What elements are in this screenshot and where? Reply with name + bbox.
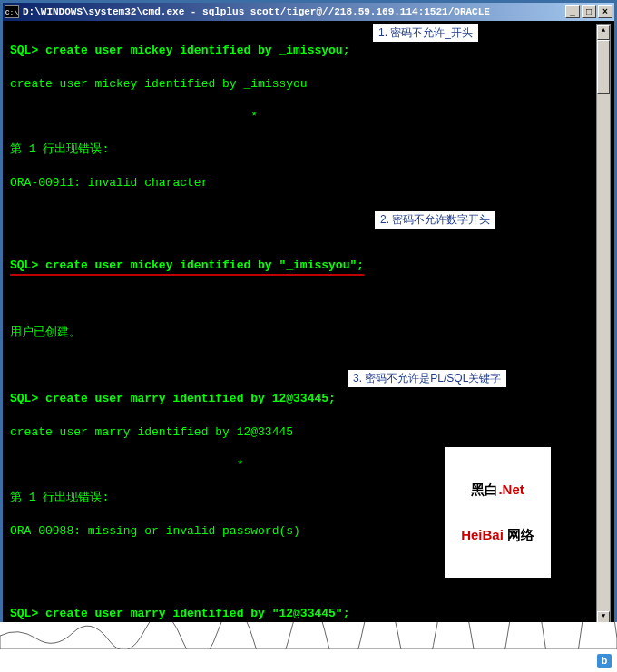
scroll-thumb[interactable] xyxy=(597,40,610,94)
sql-cmd: create user mickey identified by "_imiss… xyxy=(45,258,364,272)
annotation-1: 1. 密码不允许_开头 xyxy=(373,24,478,42)
share-icon[interactable]: b xyxy=(597,654,612,668)
annotation-2: 2. 密码不允许数字开头 xyxy=(375,211,495,229)
sql-cmd: create user mickey identified by _imissy… xyxy=(45,44,349,57)
window-title: D:\WINDOWS\system32\cmd.exe - sqlplus sc… xyxy=(23,6,565,17)
term-line: * xyxy=(10,109,607,125)
term-line: SQL> create user marry identified by "12… xyxy=(10,606,607,624)
maximize-button[interactable]: □ xyxy=(582,5,596,18)
term-line: SQL> create user marry identified by 12@… xyxy=(10,391,607,407)
cmd-window: C:\ D:\WINDOWS\system32\cmd.exe - sqlplu… xyxy=(0,0,617,635)
vertical-scrollbar[interactable]: ▲ ▼ xyxy=(596,24,611,627)
sql-cmd: create user marry identified by "12@3344… xyxy=(45,607,349,620)
scroll-up-button[interactable]: ▲ xyxy=(597,25,610,40)
sql-prompt: SQL> xyxy=(10,258,45,272)
sql-prompt: SQL> xyxy=(10,607,45,620)
annotation-3: 3. 密码不允许是PL/SQL关键字 xyxy=(348,370,506,387)
titlebar: C:\ D:\WINDOWS\system32\cmd.exe - sqlplu… xyxy=(3,3,614,21)
sql-prompt: SQL> xyxy=(10,392,45,405)
minimize-button[interactable]: _ xyxy=(565,5,580,18)
terminal-output[interactable]: SQL> create user mickey identified by _i… xyxy=(3,21,614,632)
err-header: 第 1 行出现错误: xyxy=(10,141,607,158)
close-button[interactable]: × xyxy=(598,5,612,18)
term-line: create user marry identified by 12@33445 xyxy=(10,424,607,441)
torn-edge-decoration xyxy=(0,622,617,649)
term-line: create user mickey identified by _imissy… xyxy=(10,76,607,93)
created-msg: 用户已创建。 xyxy=(10,325,607,341)
window-controls: _ □ × xyxy=(565,5,612,18)
term-line: SQL> create user mickey identified by "_… xyxy=(10,258,607,276)
term-line: SQL> create user mickey identified by _i… xyxy=(10,43,607,59)
sql-cmd: create user marry identified by 12@33445… xyxy=(45,392,336,405)
sql-prompt: SQL> xyxy=(10,44,45,57)
watermark-logo: 黑白.Net HeiBai 网络 xyxy=(445,447,551,578)
err-msg: ORA-00911: invalid character xyxy=(10,175,607,191)
cmd-icon: C:\ xyxy=(5,5,19,18)
